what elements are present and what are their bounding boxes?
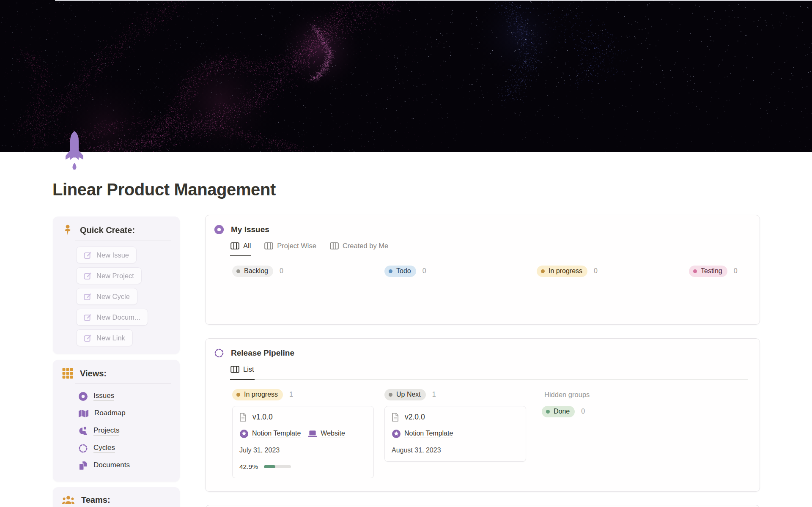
group-label: Done <box>554 408 570 415</box>
tab-project-wise[interactable]: Project Wise <box>264 239 317 256</box>
group-count: 0 <box>280 267 283 275</box>
group-count: 0 <box>422 267 426 275</box>
views-header: Views: <box>53 360 180 379</box>
status-dot <box>546 410 550 414</box>
card-tags-row: Notion Template <box>392 428 519 439</box>
quick-create-header: Quick Create: <box>53 217 180 236</box>
new-cycle-button[interactable]: New Cycle <box>76 288 137 305</box>
release-pipeline-tabbar: List <box>230 362 748 380</box>
teams-heading: Teams: <box>81 495 110 505</box>
pages-icon <box>78 460 88 471</box>
release-date: July 31, 2023 <box>239 447 280 454</box>
my-issues-tabbar: All Project Wise Created by Me <box>230 239 748 256</box>
up-next-badge[interactable]: Up Next <box>384 389 426 400</box>
teams-panel: Teams: <box>53 487 180 507</box>
button-label: New Project <box>96 272 134 280</box>
compose-icon <box>84 272 92 280</box>
done-badge[interactable]: Done <box>542 406 575 417</box>
group-done: Done 0 <box>537 406 678 417</box>
main-content: My Issues All Project Wise <box>205 215 760 507</box>
tab-all[interactable]: All <box>230 239 251 256</box>
sidebar-item-projects[interactable]: Projects <box>78 426 180 436</box>
sidebar-item-label: Roadmap <box>94 409 126 418</box>
views-heading: Views: <box>80 369 107 378</box>
sidebar: Quick Create: New Issue <box>53 217 180 507</box>
notion-page: Linear Product Management Quick Create: <box>0 0 812 507</box>
group-count: 0 <box>581 408 585 415</box>
status-dot <box>693 269 697 273</box>
tag-notion-template[interactable]: Notion Template <box>239 429 301 438</box>
views-panel: Views: Issues <box>53 360 180 482</box>
card-tags-row: Notion Template Website <box>239 428 367 439</box>
group-count: 1 <box>432 391 436 398</box>
table-icon <box>264 242 273 250</box>
sidebar-item-documents[interactable]: Documents <box>78 460 180 471</box>
card-date-row: August 31, 2023 <box>392 445 519 456</box>
tag-website[interactable]: Website <box>308 430 345 438</box>
button-label: New Docum... <box>96 313 140 321</box>
todo-badge[interactable]: Todo <box>384 266 416 277</box>
in-progress-badge[interactable]: In progress <box>232 389 283 400</box>
group-in-progress: In progress 0 <box>537 266 678 277</box>
in-progress-badge[interactable]: In progress <box>537 266 587 277</box>
card-title-row: v2.0.0 <box>392 412 519 423</box>
new-project-button[interactable]: New Project <box>76 267 142 284</box>
sidebar-item-cycles[interactable]: Cycles <box>78 443 180 453</box>
grid-icon <box>62 368 73 379</box>
new-link-button[interactable]: New Link <box>76 329 133 346</box>
status-dot <box>236 269 240 273</box>
tag-notion-template[interactable]: Notion Template <box>392 429 453 438</box>
new-issue-button[interactable]: New Issue <box>76 247 137 263</box>
group-testing: Testing 0 <box>689 266 748 277</box>
group-up-next: Up Next 1 <box>384 389 526 400</box>
new-document-button[interactable]: New Docum... <box>76 309 148 326</box>
tab-label: Created by Me <box>343 242 388 250</box>
rocket-icon[interactable] <box>63 131 86 172</box>
tag-label: Website <box>321 430 345 438</box>
column-up-next: Up Next 1 v2.0.0 <box>384 389 526 478</box>
group-label: In progress <box>244 391 278 398</box>
hidden-groups-row: Hidden groups <box>537 389 678 400</box>
release-card-v1[interactable]: v1.0.0 Notion Template <box>232 406 374 478</box>
banner-image <box>0 0 812 152</box>
star-circle-icon <box>392 429 401 438</box>
tab-list[interactable]: List <box>230 362 255 380</box>
group-count: 0 <box>734 267 738 275</box>
group-count: 0 <box>594 267 598 275</box>
compose-icon <box>84 334 92 342</box>
hidden-groups-label[interactable]: Hidden groups <box>537 391 590 399</box>
group-in-progress: In progress 1 <box>232 389 374 400</box>
group-count: 1 <box>289 391 293 398</box>
release-title: v1.0.0 <box>252 413 273 422</box>
tab-created-by-me[interactable]: Created by Me <box>329 239 389 256</box>
laptop-icon <box>308 430 317 438</box>
sidebar-item-label: Cycles <box>93 444 115 453</box>
map-icon <box>78 409 89 418</box>
sidebar-item-label: Projects <box>93 426 119 436</box>
my-issues-title: My Issues <box>231 225 269 234</box>
progress-label: 42.9% <box>239 463 258 471</box>
backlog-badge[interactable]: Backlog <box>232 266 273 277</box>
testing-badge[interactable]: Testing <box>689 266 727 277</box>
pushpin-icon <box>62 225 73 236</box>
release-board: In progress 1 v1.0.0 <box>232 389 748 478</box>
star-circle-icon <box>239 429 249 438</box>
release-pipeline-header: Release Pipeline <box>206 339 760 358</box>
divider <box>75 241 171 241</box>
dashed-circle-icon <box>78 444 88 453</box>
quick-create-panel: Quick Create: New Issue <box>53 217 180 354</box>
sidebar-item-issues[interactable]: Issues <box>78 391 180 401</box>
group-label: Up Next <box>396 391 421 398</box>
my-issues-groups: Backlog 0 Todo 0 <box>232 266 748 282</box>
group-label: In progress <box>549 267 582 275</box>
sidebar-item-roadmap[interactable]: Roadmap <box>78 408 180 419</box>
release-card-v2[interactable]: v2.0.0 Notion Template <box>384 406 526 462</box>
group-todo: Todo 0 <box>384 266 526 277</box>
table-icon <box>230 365 239 373</box>
column-hidden-groups: Hidden groups Done 0 <box>537 389 678 478</box>
status-dot <box>236 393 240 397</box>
button-label: New Cycle <box>96 293 130 301</box>
quick-create-heading: Quick Create: <box>80 225 135 235</box>
tab-label: List <box>243 365 254 373</box>
teams-header: Teams: <box>53 487 180 505</box>
